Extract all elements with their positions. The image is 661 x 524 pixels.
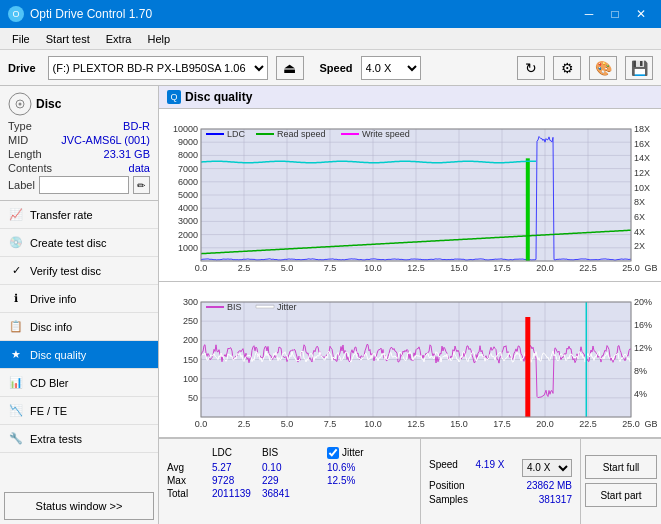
- nav-items: 📈 Transfer rate 💿 Create test disc ✓ Ver…: [0, 201, 158, 488]
- disc-label-row: Label ✏: [8, 176, 150, 194]
- nav-create-test-disc-label: Create test disc: [30, 237, 106, 249]
- disc-info-icon: 📋: [8, 319, 24, 335]
- maximize-button[interactable]: □: [603, 4, 627, 24]
- speed-val: 4.19 X: [476, 459, 505, 477]
- disc-contents-row: Contents data: [8, 162, 150, 174]
- speed-selector[interactable]: 4.0 X: [361, 56, 421, 80]
- status-window-button[interactable]: Status window >>: [4, 492, 154, 520]
- drive-label: Drive: [8, 62, 36, 74]
- total-label: Total: [167, 488, 212, 499]
- action-buttons: Start full Start part: [580, 439, 661, 524]
- max-spacer: [307, 475, 327, 486]
- stats-total-row: Total 2011139 36841: [167, 488, 412, 499]
- cd-bler-icon: 📊: [8, 375, 24, 391]
- menu-help[interactable]: Help: [139, 31, 178, 47]
- avg-label: Avg: [167, 462, 212, 473]
- minimize-button[interactable]: ─: [577, 4, 601, 24]
- speed-label2: Speed: [429, 459, 458, 477]
- theme-button[interactable]: 🎨: [589, 56, 617, 80]
- save-button[interactable]: 💾: [625, 56, 653, 80]
- nav-cd-bler[interactable]: 📊 CD Bler: [0, 369, 158, 397]
- stats-table: LDC BIS Jitter Avg 5.27 0.10: [159, 439, 420, 524]
- speed-row: Speed 4.19 X 4.0 X: [429, 459, 572, 477]
- avg-ldc: 5.27: [212, 462, 262, 473]
- col-empty: [167, 447, 212, 459]
- disc-type-label: Type: [8, 120, 32, 132]
- title-bar: O Opti Drive Control 1.70 ─ □ ✕: [0, 0, 661, 28]
- samples-val: 381317: [539, 494, 572, 505]
- eject-button[interactable]: ⏏: [276, 56, 304, 80]
- drive-info-icon: ℹ: [8, 291, 24, 307]
- total-spacer: [307, 488, 327, 499]
- nav-disc-info[interactable]: 📋 Disc info: [0, 313, 158, 341]
- disc-type-value: BD-R: [123, 120, 150, 132]
- svg-point-2: [19, 103, 22, 106]
- speed-select-container: 4.0 X: [522, 459, 572, 477]
- config-button[interactable]: ⚙: [553, 56, 581, 80]
- disc-label-input[interactable]: [39, 176, 129, 194]
- charts-container: [159, 109, 661, 438]
- transfer-rate-icon: 📈: [8, 207, 24, 223]
- nav-transfer-rate[interactable]: 📈 Transfer rate: [0, 201, 158, 229]
- disc-quality-icon: ★: [8, 347, 24, 363]
- stats-max-row: Max 9728 229 12.5%: [167, 475, 412, 486]
- nav-disc-quality[interactable]: ★ Disc quality: [0, 341, 158, 369]
- menu-bar: File Start test Extra Help: [0, 28, 661, 50]
- upper-chart-area: [159, 109, 661, 282]
- dq-header: Q Disc quality: [159, 86, 661, 109]
- extra-tests-icon: 🔧: [8, 431, 24, 447]
- close-button[interactable]: ✕: [629, 4, 653, 24]
- toolbar: Drive (F:) PLEXTOR BD-R PX-LB950SA 1.06 …: [0, 50, 661, 86]
- col-spacer: [307, 447, 327, 459]
- start-part-button[interactable]: Start part: [585, 483, 657, 507]
- lower-chart-canvas: [159, 282, 661, 435]
- disc-mid-label: MID: [8, 134, 28, 146]
- max-ldc: 9728: [212, 475, 262, 486]
- position-val: 23862 MB: [526, 480, 572, 491]
- drive-selector[interactable]: (F:) PLEXTOR BD-R PX-LB950SA 1.06: [48, 56, 268, 80]
- speed-label: Speed: [320, 62, 353, 74]
- disc-length-row: Length 23.31 GB: [8, 148, 150, 160]
- position-label: Position: [429, 480, 465, 491]
- nav-drive-info-label: Drive info: [30, 293, 76, 305]
- disc-length-value: 23.31 GB: [104, 148, 150, 160]
- upper-chart-canvas: [159, 109, 661, 279]
- disc-length-label: Length: [8, 148, 42, 160]
- disc-icon: [8, 92, 32, 116]
- nav-transfer-rate-label: Transfer rate: [30, 209, 93, 221]
- stats-area: LDC BIS Jitter Avg 5.27 0.10: [159, 438, 661, 524]
- stats-avg-row: Avg 5.27 0.10 10.6%: [167, 462, 412, 473]
- disc-contents-value: data: [129, 162, 150, 174]
- nav-verify-test-disc[interactable]: ✓ Verify test disc: [0, 257, 158, 285]
- avg-spacer: [307, 462, 327, 473]
- total-jitter-empty: [327, 488, 387, 499]
- title-bar-left: O Opti Drive Control 1.70: [8, 6, 152, 22]
- disc-panel: Disc Type BD-R MID JVC-AMS6L (001) Lengt…: [0, 86, 158, 201]
- col-bis-header: BIS: [262, 447, 307, 459]
- jitter-label: Jitter: [342, 447, 364, 458]
- max-label: Max: [167, 475, 212, 486]
- menu-file[interactable]: File: [4, 31, 38, 47]
- samples-row: Samples 381317: [429, 494, 572, 505]
- disc-mid-row: MID JVC-AMS6L (001): [8, 134, 150, 146]
- menu-start-test[interactable]: Start test: [38, 31, 98, 47]
- avg-bis: 0.10: [262, 462, 307, 473]
- nav-extra-tests[interactable]: 🔧 Extra tests: [0, 425, 158, 453]
- speed-selector-stats[interactable]: 4.0 X: [522, 459, 572, 477]
- max-jitter: 12.5%: [327, 475, 387, 486]
- start-full-button[interactable]: Start full: [585, 455, 657, 479]
- lower-chart-area: [159, 282, 661, 438]
- disc-label-btn[interactable]: ✏: [133, 176, 150, 194]
- menu-extra[interactable]: Extra: [98, 31, 140, 47]
- nav-drive-info[interactable]: ℹ Drive info: [0, 285, 158, 313]
- create-test-disc-icon: 💿: [8, 235, 24, 251]
- nav-create-test-disc[interactable]: 💿 Create test disc: [0, 229, 158, 257]
- disc-contents-label: Contents: [8, 162, 52, 174]
- jitter-checkbox[interactable]: [327, 447, 339, 459]
- nav-fe-te[interactable]: 📉 FE / TE: [0, 397, 158, 425]
- nav-extra-tests-label: Extra tests: [30, 433, 82, 445]
- stats-row: LDC BIS Jitter Avg 5.27 0.10: [159, 439, 661, 524]
- refresh-button[interactable]: ↻: [517, 56, 545, 80]
- app-title: Opti Drive Control 1.70: [30, 7, 152, 21]
- window-controls: ─ □ ✕: [577, 4, 653, 24]
